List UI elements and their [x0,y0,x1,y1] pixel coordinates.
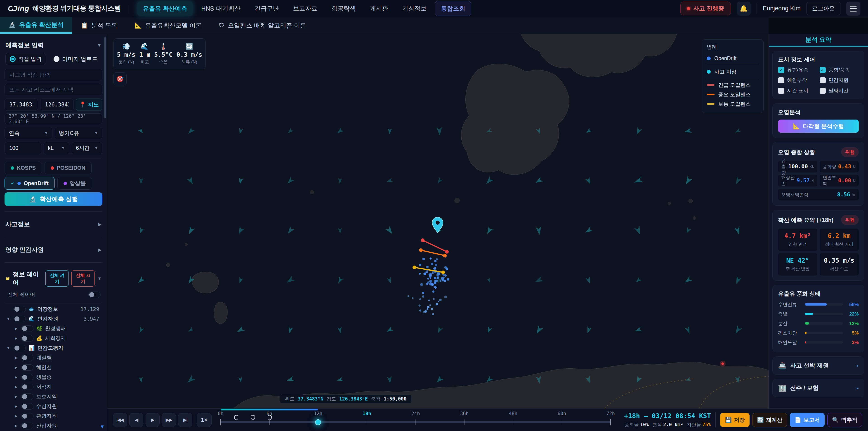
재계산-button[interactable]: 🔄재계산 [752,413,787,427]
scroll-more-icon[interactable]: ▼ [100,424,105,430]
역추적-button[interactable]: 🔍역추적 [827,413,862,427]
skip-end-button[interactable]: ▶| [178,413,192,427]
tab-0[interactable]: 🔬유출유 확산분석 [0,17,72,34]
section-impact-resources[interactable]: 영향 민감자원 ▶ [4,241,102,259]
section-accident-info[interactable]: 사고정보 ▶ [4,215,102,233]
radio-image-upload[interactable]: 이미지 업로드 [54,55,98,63]
layer-toggle-생물종[interactable] [21,374,33,380]
check-해안부착[interactable]: 해안부착 [778,77,817,84]
latitude-input[interactable] [4,98,38,111]
play-button[interactable]: ▶ [146,413,160,427]
layers-all-off-button[interactable]: 전체 끄기 [71,270,95,286]
amount-input[interactable] [4,142,41,154]
tab-1[interactable]: 📋분석 목록 [72,17,126,34]
checkbox-icon[interactable]: ✓ [778,67,784,73]
chevron-right-icon[interactable]: ▶ [13,385,19,389]
chevron-right-icon[interactable]: ▶ [13,404,19,408]
oilfence-marker-icon[interactable] [250,414,255,421]
step-back-button[interactable]: ◀ [129,413,143,427]
oil-type-select[interactable]: 벙커C유 ▼ [55,127,103,139]
nav-item-7[interactable]: 통합조회 [435,1,471,16]
accident-list-input[interactable] [4,84,102,96]
layer-toggle-어장정보[interactable] [13,306,26,312]
chevron-right-icon[interactable]: ▶ [13,327,19,331]
저장-button[interactable]: 💾저장 [720,413,749,427]
run-prediction-button[interactable]: 🔬 확산예측 실행 [4,192,102,206]
master-layer-toggle[interactable] [88,291,101,298]
check-풍향/풍속[interactable]: ✓풍향/풍속 [819,66,859,73]
layer-toggle-계절별[interactable] [21,355,33,361]
nav-item-0[interactable]: 유출유 확산예측 [137,1,193,16]
chevron-right-icon[interactable]: ▶ [13,336,19,340]
layer-toggle-수산자원[interactable] [21,403,33,409]
check-민감자원[interactable]: 민감자원 [819,77,859,84]
tab-2[interactable]: 📐유출유확산모델 이론 [126,17,210,34]
nav-item-2[interactable]: 긴급구난 [249,1,284,16]
nav-item-1[interactable]: HNS·대기확산 [196,1,246,16]
notifications-button[interactable]: 🔔 [737,2,751,16]
chevron-down-icon[interactable]: ▼ [6,346,11,350]
fast-forward-button[interactable]: ▶▶ [162,413,176,427]
chevron-right-icon[interactable]: ▶ [13,414,19,418]
spill-type-select[interactable]: 연속 ▼ [4,127,53,139]
radio-direct-input[interactable]: 직접 입력 [5,53,46,65]
model-chip-앙상블[interactable]: 앙상블 [57,177,92,190]
sidebar-scrollbar[interactable] [104,37,106,118]
layer-toggle-관광자원[interactable] [21,413,33,419]
model-chip-OpenDrift[interactable]: ✓OpenDrift [4,177,55,190]
skip-start-button[interactable]: |◀◀ [113,413,127,427]
layer-toggle-해안선[interactable] [21,364,33,371]
model-chip-POSEIDON[interactable]: POSEIDON [44,162,92,174]
status-value: 0.00 [838,177,851,184]
check-시간 표시[interactable]: 시간 표시 [778,87,817,94]
longitude-input[interactable] [40,98,74,111]
chevron-right-icon[interactable]: ▶ [13,375,19,379]
logout-button[interactable]: 로그아웃 [807,2,840,15]
nav-item-6[interactable]: 기상정보 [397,1,432,16]
accident-name-input[interactable] [4,69,102,81]
nav-item-3[interactable]: 보고자료 [287,1,323,16]
duration-select[interactable]: 6시간 ▼ [72,142,102,154]
checkbox-icon[interactable]: ✓ [819,67,826,73]
timeline-slider[interactable]: 0h6h12h18h24h36h48h60h72h [221,409,611,431]
layer-toggle-민감자원[interactable] [13,316,26,322]
chevron-right-icon[interactable]: ▶ [13,356,19,360]
보고서-button[interactable]: 📄보고서 [790,413,825,427]
pick-on-map-button[interactable]: 📍 지도 [76,98,102,111]
layer-toggle-서식지[interactable] [21,384,33,390]
checkbox-icon[interactable] [819,88,826,94]
checkbox-icon[interactable] [778,88,784,94]
oilfence-marker-icon[interactable] [234,414,239,421]
layer-toggle-산업자원[interactable] [21,423,33,429]
check-날짜시간[interactable]: 날짜시간 [819,87,859,94]
layer-toggle-민감도평가[interactable] [13,345,26,351]
nav-item-5[interactable]: 게시판 [364,1,394,16]
hamburger-menu-button[interactable] [846,2,860,16]
checkbox-icon[interactable] [819,77,826,83]
model-chip-KOSPS[interactable]: KOSPS [4,162,42,174]
chevron-right-icon[interactable]: ▶ [13,395,19,399]
check-유향/유속[interactable]: ✓유향/유속 [778,66,817,73]
layer-toggle-환경생태[interactable] [21,326,33,332]
oilfence-marker-icon[interactable] [267,414,272,421]
unit-select[interactable]: kL ▼ [43,142,69,154]
map-pin-icon: 📍 [79,101,86,108]
chevron-right-icon[interactable]: ▶ [13,366,19,370]
chevron-right-icon[interactable]: ▶ [13,424,19,428]
timeline-tick [367,420,367,425]
map-canvas[interactable]: 💨5 m/s풍속 (N)🌊1 m파고🌡️5.5°C수온🔄0.3 m/s해류 (N… [107,34,769,408]
layer-toggle-사회경제[interactable] [21,335,33,341]
playback-speed-button[interactable]: 1× [197,413,212,427]
layer-toggle-보호지역[interactable] [21,394,33,400]
chevron-down-icon[interactable]: ▼ [6,317,11,321]
owner-insurance-card[interactable]: 🏢 선주 / 보험 ▸ [772,379,864,397]
checkbox-icon[interactable] [778,77,784,83]
locate-incident-button[interactable]: 🎯 [114,72,127,86]
layers-all-on-button[interactable]: 전체 켜기 [45,270,69,286]
tab-3[interactable]: 🛡오일펜스 배치 알고리즘 이론 [210,17,315,34]
nav-item-4[interactable]: 항공탐색 [326,1,361,16]
polygon-analysis-button[interactable]: 📐 다각형 분석수행 [778,120,859,133]
vessel-spec-card[interactable]: 🚢 사고 선박 제원 ▸ [772,357,864,375]
timeline-handle[interactable] [315,419,321,425]
input-section-header[interactable]: 예측정보 입력 ▼ [5,41,101,49]
